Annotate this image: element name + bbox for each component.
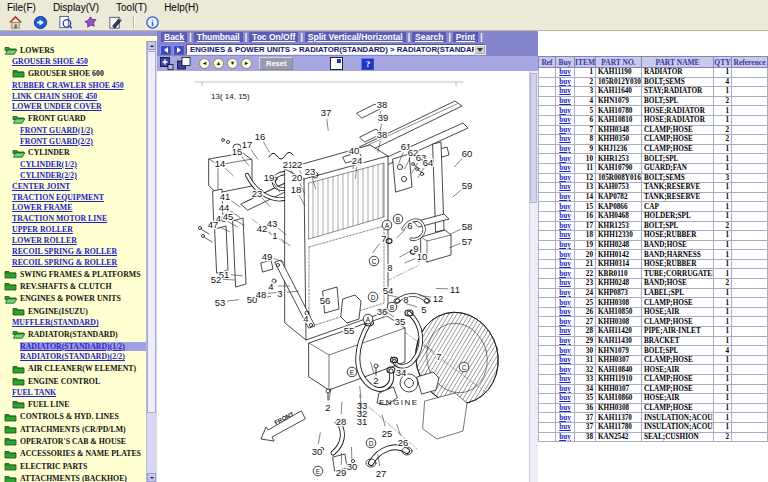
callout-36[interactable]: 36 (377, 306, 388, 317)
callout-7[interactable]: 7 (381, 233, 386, 244)
pan-right-button[interactable]: ► (241, 58, 252, 69)
pan-up-button[interactable]: ▲ (213, 58, 224, 69)
callout-38[interactable]: 38 (377, 129, 388, 140)
callout-4[interactable]: 4 (303, 313, 308, 324)
buy-link[interactable]: buy (559, 68, 571, 76)
zoom-out-icon[interactable] (177, 57, 191, 70)
callout-57[interactable]: 57 (462, 236, 473, 247)
buy-link[interactable]: buy (559, 251, 571, 259)
callout-39[interactable]: 39 (378, 112, 389, 123)
sidebar-item-lower-roller[interactable]: LOWER ROLLER (0, 235, 147, 246)
callout-59[interactable]: 59 (462, 180, 473, 191)
sidebar-item-cylinder-2-2[interactable]: CYLINDER(2/2) (0, 170, 147, 181)
menu-tool-t[interactable]: Tool(T) (109, 2, 157, 13)
callout-12[interactable]: 12 (433, 293, 444, 304)
callout-B[interactable]: B (390, 304, 394, 311)
sidebar-item-label[interactable]: FRONT GUARD(1/2) (20, 126, 93, 135)
callout-D[interactable]: D (369, 440, 374, 447)
buy-link[interactable]: buy (559, 231, 571, 239)
callout-10[interactable]: 10 (417, 251, 428, 262)
sidebar-scrollbar[interactable] (146, 41, 157, 482)
sidebar-item-upper-roller[interactable]: UPPER ROLLER (0, 224, 147, 235)
buy-link[interactable]: buy (559, 155, 571, 163)
sidebar-item-lowers[interactable]: LOWERS (0, 44, 147, 56)
sidebar-item-muffler-standard[interactable]: MUFFLER(STANDARD) (0, 317, 147, 328)
sidebar-item-label[interactable]: RECOIL SPRING & ROLLER (12, 258, 117, 267)
menu-help-h[interactable]: Help(H) (157, 2, 208, 13)
callout-11[interactable]: 11 (450, 284, 460, 295)
buy-link[interactable]: buy (559, 260, 571, 268)
callout-14[interactable]: 14 (215, 158, 226, 169)
buy-link[interactable]: buy (559, 222, 571, 230)
buy-link[interactable]: buy (559, 366, 571, 374)
buy-link[interactable]: buy (559, 97, 571, 105)
callout-22[interactable]: 22 (292, 159, 303, 170)
sidebar-item-label[interactable]: MUFFLER(STANDARD) (12, 318, 98, 327)
callout-B[interactable]: B (396, 216, 400, 223)
callout-30[interactable]: 30 (312, 446, 323, 457)
buy-link[interactable]: buy (559, 78, 571, 86)
buy-link[interactable]: buy (559, 337, 571, 345)
buy-link[interactable]: buy (559, 279, 571, 287)
callout-45[interactable]: 45 (223, 211, 234, 222)
buy-link[interactable]: buy (559, 433, 571, 441)
sidebar-item-label[interactable]: FUEL TANK (12, 388, 56, 397)
sidebar-item-center-joint[interactable]: CENTER JOINT (0, 181, 147, 192)
buy-link[interactable]: buy (559, 394, 571, 402)
sidebar-item-label[interactable]: CENTER JOINT (12, 182, 70, 191)
callout-41[interactable]: 41 (220, 191, 231, 202)
sidebar-item-label[interactable]: LOWER ROLLER (12, 236, 77, 245)
buy-link[interactable]: buy (559, 87, 571, 95)
callout-16[interactable]: 16 (255, 131, 266, 142)
breadcrumb-forward-button[interactable] (173, 45, 184, 55)
callout-49[interactable]: 49 (262, 251, 273, 262)
nav-link-search[interactable]: Search (412, 32, 446, 42)
sidebar-item-cylinder[interactable]: CYLINDER (0, 147, 147, 159)
sidebar-item-lower-under-cover[interactable]: LOWER UNDER COVER (0, 101, 147, 112)
callout-C[interactable]: C (462, 364, 467, 371)
buy-link[interactable]: buy (559, 107, 571, 115)
sidebar-item-fuel-line[interactable]: FUEL LINE (0, 398, 147, 410)
buy-link[interactable]: buy (559, 414, 571, 422)
menu-display-v[interactable]: Display(V) (46, 2, 109, 13)
buy-link[interactable]: buy (559, 145, 571, 153)
callout-15[interactable]: 15 (232, 146, 243, 157)
callout-7[interactable]: 7 (436, 351, 441, 362)
sidebar-item-label[interactable]: CYLINDER(1/2) (20, 160, 77, 169)
callout-27[interactable]: 27 (376, 468, 387, 478)
callout-53[interactable]: 53 (215, 297, 226, 308)
sidebar-item-cylinder-1-2[interactable]: CYLINDER(1/2) (0, 159, 147, 170)
callout-23[interactable]: 23 (252, 188, 263, 199)
home-icon[interactable] (8, 15, 23, 30)
sidebar-item-front-guard-1-2[interactable]: FRONT GUARD(1/2) (0, 125, 147, 136)
sidebar-item-attachments-backhoe[interactable]: ATTACHMENTS (BACKHOE) (0, 472, 147, 482)
callout-24[interactable]: 24 (352, 155, 363, 166)
callout-55[interactable]: 55 (344, 325, 355, 336)
callout-54[interactable]: 54 (383, 285, 394, 296)
exploded-view-diagram[interactable]: 13( 14, 15) ENGINE FRONT 373839384024616… (157, 71, 538, 482)
sidebar-item-rubber-crawler-shoe-450[interactable]: RUBBER CRAWLER SHOE 450 (0, 80, 147, 91)
buy-link[interactable]: buy (559, 375, 571, 383)
callout-48[interactable]: 48 (256, 289, 267, 300)
go-forward-icon[interactable] (33, 15, 48, 30)
callout-28[interactable]: 28 (336, 416, 347, 427)
sidebar-item-radiator-standard[interactable]: RADIATOR(STANDARD) (0, 328, 147, 340)
reset-button[interactable]: Reset (259, 57, 293, 70)
sidebar-item-electric-parts[interactable]: ELECTRIC PARTS (0, 460, 147, 472)
sidebar-item-label[interactable]: TRACTION EQUIPMENT (12, 193, 104, 202)
sidebar-item-label[interactable]: RECOIL SPRING & ROLLER (12, 247, 117, 256)
scroll-up-arrow-icon[interactable] (147, 41, 156, 50)
sidebar-item-recoil-spring-roller[interactable]: RECOIL SPRING & ROLLER (0, 257, 147, 268)
callout-58[interactable]: 58 (462, 221, 473, 232)
callout-2[interactable]: 2 (373, 375, 378, 386)
sidebar-item-label[interactable]: FRONT GUARD(2/2) (20, 137, 93, 146)
callout-64[interactable]: 64 (423, 157, 434, 168)
radiator-diagram-svg[interactable]: 13( 14, 15) ENGINE FRONT 373839384024616… (157, 71, 530, 477)
info-icon[interactable]: i (145, 15, 160, 30)
sidebar-item-link-chain-shoe-450[interactable]: LINK CHAIN SHOE 450 (0, 91, 147, 102)
sidebar-item-front-guard[interactable]: FRONT GUARD (0, 112, 147, 124)
buy-link[interactable]: buy (559, 270, 571, 278)
sidebar-item-grouser-shoe-600[interactable]: GROUSER SHOE 600 (0, 67, 147, 79)
nav-link-back[interactable]: Back (161, 32, 187, 42)
sidebar-item-engines-power-units[interactable]: ENGINES & POWER UNITS (0, 293, 147, 305)
